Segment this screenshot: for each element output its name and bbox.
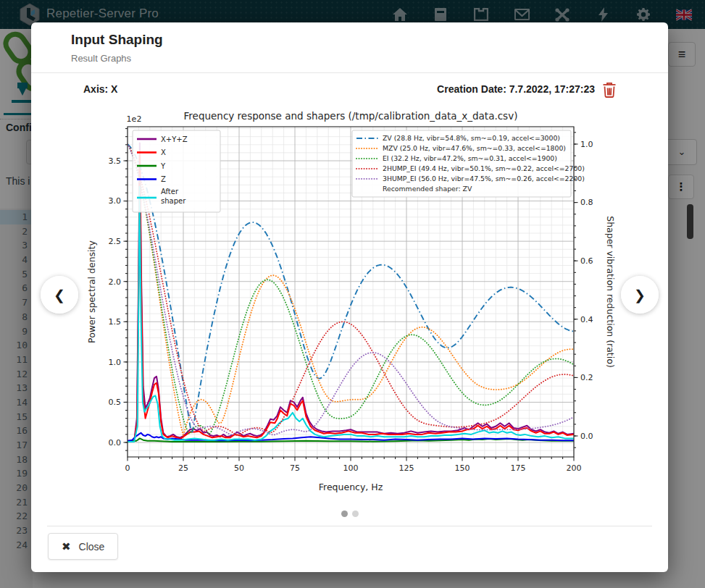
offset-label: 1e2 <box>127 114 142 124</box>
svg-text:0.2: 0.2 <box>580 373 593 382</box>
svg-text:MZV (25.0 Hz, vibr=47.6%, sm~=: MZV (25.0 Hz, vibr=47.6%, sm~=0.33, acce… <box>383 144 566 152</box>
svg-text:Recommended shaper: ZV: Recommended shaper: ZV <box>383 185 472 193</box>
svg-text:1.0: 1.0 <box>580 140 593 149</box>
header-divider <box>31 72 668 73</box>
close-button[interactable]: ✖ Close <box>48 533 118 560</box>
svg-text:3.5: 3.5 <box>109 156 122 166</box>
svg-text:175: 175 <box>511 463 526 473</box>
delete-trash-icon[interactable] <box>602 82 618 98</box>
svg-text:75: 75 <box>290 463 300 473</box>
svg-text:Z: Z <box>161 175 166 183</box>
svg-text:150: 150 <box>455 463 470 473</box>
axis-label: Axis: X <box>83 83 117 95</box>
svg-text:2HUMP_EI (49.4 Hz, vibr=50.1%,: 2HUMP_EI (49.4 Hz, vibr=50.1%, sm~=0.22,… <box>383 164 585 172</box>
svg-text:shaper: shaper <box>161 197 186 205</box>
carousel-dot[interactable] <box>352 511 359 517</box>
creation-date: Creation Date: 7.7.2022, 17:27:23 <box>437 83 595 95</box>
svg-text:3.0: 3.0 <box>109 196 122 206</box>
svg-text:X+Y+Z: X+Y+Z <box>161 135 188 143</box>
svg-text:Y: Y <box>160 162 166 170</box>
svg-text:100: 100 <box>343 463 359 473</box>
carousel-dot[interactable] <box>341 511 348 517</box>
graph-meta-row: Axis: X Creation Date: 7.7.2022, 17:27:2… <box>83 82 618 98</box>
dialog-title: Input Shaping <box>71 32 163 48</box>
input-shaping-dialog: Input Shaping Result Graphs Axis: X Crea… <box>31 22 668 572</box>
carousel-next-button[interactable]: ❯ <box>621 276 659 314</box>
svg-text:0.4: 0.4 <box>580 315 593 324</box>
svg-text:X: X <box>161 148 166 156</box>
svg-text:3HUMP_EI (56.0 Hz, vibr=47.5%,: 3HUMP_EI (56.0 Hz, vibr=47.5%, sm~=0.26,… <box>383 175 585 182</box>
close-x-icon: ✖ <box>62 540 71 553</box>
svg-text:ZV (28.8 Hz, vibr=54.8%, sm~=0: ZV (28.8 Hz, vibr=54.8%, sm~=0.19, accel… <box>383 134 560 142</box>
svg-text:0.8: 0.8 <box>580 198 593 207</box>
svg-text:0.0: 0.0 <box>109 438 122 448</box>
carousel-prev-button[interactable]: ❮ <box>41 276 78 314</box>
y-axis-label-left: Power spectral density <box>86 240 97 343</box>
svg-text:0.5: 0.5 <box>109 398 122 407</box>
result-graph-chart: 02550751001251501752000.00.51.01.52.02.5… <box>83 106 618 505</box>
footer-divider <box>47 526 652 526</box>
x-axis-label: Frequency, Hz <box>319 482 383 492</box>
carousel-dots <box>31 511 668 517</box>
svg-text:0.6: 0.6 <box>580 256 593 266</box>
svg-text:2.0: 2.0 <box>109 277 122 287</box>
svg-text:0: 0 <box>125 463 130 473</box>
svg-text:2.5: 2.5 <box>109 237 122 246</box>
screen: Repetier-Server Pro <box>0 0 705 588</box>
svg-text:1.5: 1.5 <box>109 317 122 327</box>
svg-text:After: After <box>161 188 179 196</box>
chart-title: Frequency response and shapers (/tmp/cal… <box>184 110 518 122</box>
dialog-subtitle: Result Graphs <box>71 53 131 64</box>
svg-text:EI (32.2 Hz, vibr=47.2%, sm~=0: EI (32.2 Hz, vibr=47.2%, sm~=0.31, accel… <box>383 154 557 162</box>
svg-text:200: 200 <box>567 463 582 473</box>
svg-text:1.0: 1.0 <box>109 358 122 367</box>
svg-text:25: 25 <box>178 463 188 473</box>
svg-text:0.0: 0.0 <box>580 432 593 441</box>
svg-text:125: 125 <box>399 463 414 473</box>
legend-psd: X+Y+ZXYZAftershaper <box>133 130 220 212</box>
close-button-label: Close <box>79 541 105 553</box>
y-axis-label-right: Shaper vibration reduction (ratio) <box>605 216 616 368</box>
legend-shapers: ZV (28.8 Hz, vibr=54.8%, sm~=0.19, accel… <box>352 130 585 197</box>
svg-text:50: 50 <box>234 463 244 473</box>
